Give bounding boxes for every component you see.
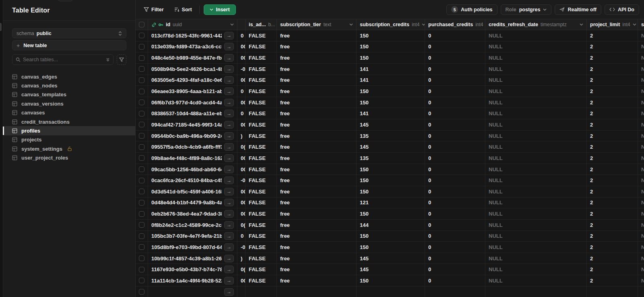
expand-row-button[interactable]: → bbox=[224, 99, 234, 106]
table-row[interactable]: 11a114cb-1a4c-49f4-9b28-52219ec... → 00 … bbox=[136, 275, 644, 287]
cell-project-limit[interactable]: 2 bbox=[587, 42, 638, 52]
cell-is-admin[interactable]: FALSE bbox=[246, 108, 277, 119]
cell-subscription-tier[interactable]: free bbox=[277, 231, 357, 242]
expand-row-button[interactable]: → bbox=[224, 54, 234, 62]
sidebar-item-canvas_versions[interactable]: canvas_versions bbox=[3, 99, 135, 108]
cell-subscription-credits[interactable]: 141 bbox=[357, 75, 425, 86]
row-checkbox[interactable] bbox=[139, 267, 144, 272]
row-checkbox[interactable] bbox=[139, 255, 144, 261]
cell-credits-refresh-date[interactable]: NULL bbox=[485, 164, 587, 175]
cell-is-admin[interactable]: FALSE bbox=[246, 52, 277, 63]
cell-subscription-credits[interactable]: 150 bbox=[357, 30, 425, 41]
cell-purchased-credits[interactable]: 0 bbox=[425, 275, 485, 286]
cell-credits-refresh-date[interactable]: NULL bbox=[485, 97, 587, 108]
cell-project-limit[interactable]: 2 bbox=[587, 242, 638, 253]
cell-project-limit[interactable]: 2 bbox=[587, 253, 638, 264]
column-header-subscription-tier[interactable]: subscription_tier text bbox=[277, 19, 357, 30]
table-row[interactable]: 09b8ae4e-f48c-4f89-8a8c-1629b... → 00 FA… bbox=[136, 153, 644, 164]
cell-subscription-tier[interactable]: free bbox=[277, 52, 357, 63]
cell-su[interactable]: NULL bbox=[638, 242, 644, 253]
cell-subscription-credits[interactable] bbox=[357, 287, 425, 297]
row-checkbox[interactable] bbox=[139, 244, 144, 250]
cell-credits-refresh-date[interactable]: NULL bbox=[485, 75, 587, 86]
cell-is-admin[interactable]: FALSE bbox=[246, 86, 277, 97]
sidebar-item-canvas_templates[interactable]: canvas_templates bbox=[3, 90, 135, 99]
row-checkbox[interactable] bbox=[139, 166, 144, 172]
cell-id[interactable]: 094caf42-7185-4e45-99f3-14abee... → bbox=[148, 119, 237, 130]
expand-row-button[interactable]: → bbox=[224, 199, 234, 206]
cell-subscription-credits[interactable]: 150 bbox=[357, 42, 425, 52]
cell-purchased-credits[interactable] bbox=[425, 287, 485, 297]
cell-id[interactable]: 105bc3b7-03fe-4e7f-9efa-21bb40... → bbox=[148, 231, 237, 242]
row-checkbox[interactable] bbox=[139, 222, 144, 228]
cell-id[interactable]: 0508b94b-5ee2-4626-bca1-4bca... → bbox=[148, 64, 237, 75]
cell-purchased-credits[interactable]: 0 bbox=[425, 186, 485, 197]
cell-su[interactable]: NULL bbox=[638, 97, 644, 108]
cell-project-limit[interactable]: 2 bbox=[587, 197, 638, 208]
cell-is-admin[interactable]: FALSE bbox=[246, 153, 277, 164]
cell-clipped[interactable]: 00 bbox=[237, 52, 246, 63]
cell-clipped[interactable]: 0 bbox=[237, 108, 246, 119]
cell-is-admin[interactable]: FALSE bbox=[246, 242, 277, 253]
expand-row-button[interactable]: → bbox=[224, 255, 234, 262]
expand-row-button[interactable]: → bbox=[224, 65, 234, 73]
cell-is-admin[interactable]: FALSE bbox=[246, 220, 277, 231]
table-row[interactable]: 08386537-10d4-488a-a11e-eb5a6... → 0 FAL… bbox=[136, 108, 644, 119]
cell-subscription-credits[interactable]: 135 bbox=[357, 153, 425, 164]
cell-purchased-credits[interactable]: 0 bbox=[425, 164, 485, 175]
row-checkbox[interactable] bbox=[139, 200, 144, 206]
cell-su[interactable]: NULL bbox=[638, 108, 644, 119]
cell-credits-refresh-date[interactable]: NULL bbox=[485, 42, 587, 52]
cell-su[interactable]: NULL bbox=[638, 186, 644, 197]
insert-button[interactable]: Insert bbox=[204, 4, 236, 15]
cell-project-limit[interactable]: 2 bbox=[587, 220, 638, 231]
row-checkbox[interactable] bbox=[139, 100, 144, 105]
cell-id[interactable]: 11a114cb-1a4c-49f4-9b28-52219ec... → bbox=[148, 275, 237, 286]
cell-credits-refresh-date[interactable]: NULL bbox=[485, 197, 587, 208]
cell-credits-refresh-date[interactable]: NULL bbox=[485, 86, 587, 97]
cell-subscription-tier[interactable] bbox=[277, 287, 357, 297]
table-row[interactable]: 09557f5a-0dcb-4cb9-a6fb-fff366... → 0( F… bbox=[136, 141, 644, 153]
cell-credits-refresh-date[interactable]: NULL bbox=[485, 153, 587, 164]
sidebar-item-profiles[interactable]: profiles bbox=[3, 126, 135, 135]
cell-su[interactable]: NULL bbox=[638, 231, 644, 242]
cell-credits-refresh-date[interactable] bbox=[485, 287, 587, 297]
cell-subscription-credits[interactable]: 150 bbox=[357, 242, 425, 253]
expand-row-button[interactable]: → bbox=[224, 177, 234, 184]
row-checkbox[interactable] bbox=[139, 233, 144, 239]
row-checkbox[interactable] bbox=[139, 211, 144, 217]
cell-su[interactable]: NULL bbox=[638, 30, 644, 41]
cell-clipped[interactable]: 0( bbox=[237, 141, 246, 152]
cell-clipped[interactable]: 00 bbox=[237, 153, 246, 164]
cell-credits-refresh-date[interactable]: NULL bbox=[485, 141, 587, 152]
cell-project-limit[interactable]: 2 bbox=[587, 175, 638, 186]
cell-su[interactable]: NULL bbox=[638, 208, 644, 219]
table-row[interactable]: 063505e5-4293-4faf-a18c-0e65b... → 00 FA… bbox=[136, 75, 644, 86]
rail-notch[interactable] bbox=[0, 23, 2, 31]
table-row[interactable]: 06eaee33-8905-4aaa-b121-ab552... → 0 FAL… bbox=[136, 86, 644, 97]
cell-su[interactable]: NULL bbox=[638, 86, 644, 97]
cell-id[interactable]: 0d3d541d-bf5c-459f-a406-16b93... → bbox=[148, 186, 237, 197]
cell-is-admin[interactable]: FALSE bbox=[246, 264, 277, 275]
table-row[interactable]: 0d48e4d4-b1bf-4479-9a8b-4a4b... → 00 FAL… bbox=[136, 197, 644, 209]
cell-credits-refresh-date[interactable]: NULL bbox=[485, 64, 587, 75]
cell-subscription-credits[interactable]: 150 bbox=[357, 231, 425, 242]
cell-id[interactable]: 0eb2b676-38ed-4ea7-9dad-38e6... → bbox=[148, 208, 237, 219]
cell-clipped[interactable]: 00 bbox=[237, 119, 246, 130]
cell-credits-refresh-date[interactable]: NULL bbox=[485, 175, 587, 186]
cell-subscription-tier[interactable]: free bbox=[277, 264, 357, 275]
cell-clipped[interactable]: 00 bbox=[237, 75, 246, 86]
cell-purchased-credits[interactable]: 0 bbox=[425, 208, 485, 219]
cell-credits-refresh-date[interactable]: NULL bbox=[485, 253, 587, 264]
cell-id[interactable]: 08386537-10d4-488a-a11e-eb5a6... → bbox=[148, 108, 237, 119]
search-tables-input[interactable] bbox=[12, 54, 114, 65]
row-checkbox[interactable] bbox=[139, 189, 144, 194]
cell-subscription-tier[interactable]: free bbox=[277, 153, 357, 164]
row-checkbox[interactable] bbox=[139, 122, 144, 127]
cell-clipped[interactable]: 0( bbox=[237, 220, 246, 231]
cell-clipped[interactable]: -0 bbox=[237, 64, 246, 75]
cell-id[interactable]: 063505e5-4293-4faf-a18c-0e65b... → bbox=[148, 75, 237, 86]
cell-purchased-credits[interactable]: 0 bbox=[425, 119, 485, 130]
cell-su[interactable]: NULL bbox=[638, 275, 644, 286]
cell-is-admin[interactable]: FALSE bbox=[246, 141, 277, 152]
